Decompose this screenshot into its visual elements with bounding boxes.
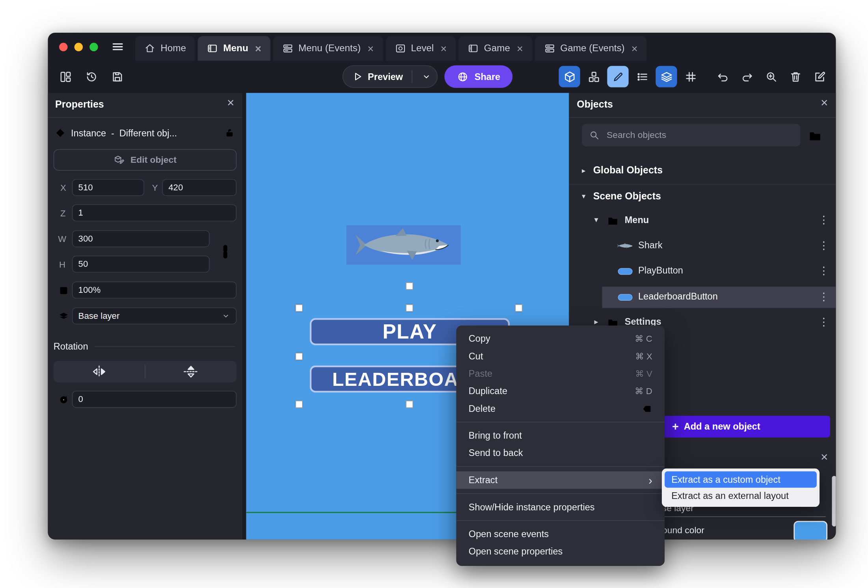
window-minimize-button[interactable] <box>75 43 83 51</box>
edit-mode-button[interactable] <box>607 66 628 87</box>
project-manager-button[interactable] <box>55 66 76 87</box>
selection-handle-top-right[interactable] <box>515 304 523 312</box>
objects-close-icon[interactable]: × <box>821 97 828 109</box>
object-row-shark[interactable]: Shark ⋮ <box>570 236 836 256</box>
y-input[interactable] <box>162 179 237 196</box>
level-icon <box>395 43 406 54</box>
folder-menu-label: Menu <box>625 214 649 225</box>
chevron-collapsed-icon[interactable]: ▸ <box>582 166 585 175</box>
play-button-text: PLAY <box>382 320 437 344</box>
window-close-button[interactable] <box>59 43 67 51</box>
tab-menu-events[interactable]: Menu (Events) × <box>273 36 383 61</box>
aspect-lock-icon[interactable] <box>221 229 230 275</box>
edit-object-button[interactable]: Edit object <box>54 149 237 171</box>
new-folder-icon[interactable] <box>808 128 822 143</box>
background-color-swatch[interactable] <box>793 521 827 540</box>
context-menu-item-open-scene-properties[interactable]: Open scene properties <box>456 543 665 560</box>
selection-handle-top-center[interactable] <box>406 304 414 312</box>
context-menu-item-copy[interactable]: Copy ⌘ C <box>456 330 665 347</box>
divider <box>456 466 665 467</box>
kebab-menu-icon[interactable]: ⋮ <box>818 290 829 303</box>
layer-select[interactable]: Base layer <box>72 307 237 324</box>
grid-button[interactable] <box>680 66 701 87</box>
x-input[interactable] <box>72 179 144 196</box>
chevron-down-icon[interactable] <box>421 71 432 82</box>
main-menu-button[interactable] <box>111 40 124 53</box>
submenu-item-extract-custom-object[interactable]: Extract as a custom object <box>665 471 817 488</box>
context-menu-item-cut[interactable]: Cut ⌘ X <box>456 348 665 365</box>
tab-close-icon[interactable]: × <box>631 43 638 54</box>
tab-close-icon[interactable]: × <box>255 43 261 54</box>
history-button[interactable] <box>80 66 102 87</box>
chevron-expanded-icon[interactable]: ▾ <box>582 192 585 200</box>
rotation-handle[interactable] <box>406 283 414 290</box>
flip-vertical-button[interactable] <box>145 365 237 378</box>
context-menu-item-extract[interactable]: Extract › <box>456 471 665 489</box>
toggle-3d-button[interactable] <box>559 66 580 87</box>
kebab-menu-icon[interactable]: ⋮ <box>818 316 829 329</box>
object-row-playbutton[interactable]: PlayButton ⋮ <box>570 261 836 281</box>
tab-strip: Home Menu × Menu (Events) × <box>135 36 647 61</box>
instances-list-button[interactable] <box>631 66 653 87</box>
context-menu-item-open-scene-events[interactable]: Open scene events <box>456 525 665 543</box>
window-controls <box>59 43 98 51</box>
edit-scene-button[interactable] <box>809 66 830 87</box>
tab-game-events[interactable]: Game (Events) × <box>535 36 647 61</box>
context-menu-item-delete[interactable]: Delete <box>456 400 665 417</box>
layer-select-value: Base layer <box>78 311 120 321</box>
kebab-menu-icon[interactable]: ⋮ <box>818 214 829 227</box>
selection-handle-bottom-center[interactable] <box>406 401 414 408</box>
context-menu-item-duplicate[interactable]: Duplicate ⌘ D <box>456 382 665 400</box>
chevron-expanded-icon[interactable]: ▾ <box>594 215 598 224</box>
instance-type-label: Instance <box>71 128 106 138</box>
window-zoom-button[interactable] <box>89 43 98 51</box>
shortcut-label: ⌘ X <box>635 351 652 361</box>
object-search-input[interactable] <box>605 130 793 141</box>
selection-handle-mid-left[interactable] <box>295 353 303 360</box>
tab-close-icon[interactable]: × <box>517 43 523 54</box>
object-search[interactable] <box>582 124 800 146</box>
selection-handle-bottom-left[interactable] <box>295 401 303 408</box>
opacity-input[interactable] <box>72 281 237 298</box>
button-thumbnail-icon <box>618 268 633 275</box>
selection-handle-top-left[interactable] <box>295 304 303 312</box>
height-input[interactable] <box>72 256 210 273</box>
global-objects-header[interactable]: ▸ Global Objects <box>570 163 836 180</box>
layers-panel-button[interactable] <box>656 66 677 87</box>
save-button[interactable] <box>106 66 128 87</box>
preview-button[interactable]: Preview <box>343 65 438 88</box>
rotation-input[interactable] <box>72 391 237 408</box>
tab-menu[interactable]: Menu × <box>198 36 270 61</box>
submenu-item-extract-external-layout[interactable]: Extract as an external layout <box>665 488 817 504</box>
lock-open-icon[interactable] <box>224 127 236 139</box>
chevron-collapsed-icon[interactable]: ▸ <box>594 317 598 326</box>
bottom-panel-close-icon[interactable]: × <box>821 451 828 463</box>
tab-level[interactable]: Level × <box>386 36 456 61</box>
zoom-button[interactable] <box>760 66 782 87</box>
tab-game[interactable]: Game × <box>459 36 532 61</box>
tab-home[interactable]: Home <box>135 36 195 61</box>
width-input[interactable] <box>72 230 210 247</box>
context-menu-item-send-to-back[interactable]: Send to back <box>456 444 665 461</box>
scrollbar[interactable] <box>832 476 836 527</box>
redo-button[interactable] <box>736 66 758 87</box>
object-row-leaderboardbutton[interactable]: LeaderboardButton ⋮ <box>570 287 836 307</box>
object-label-playbutton: PlayButton <box>638 265 683 276</box>
context-menu-item-bring-to-front[interactable]: Bring to front <box>456 427 665 444</box>
z-input[interactable] <box>72 205 237 221</box>
properties-close-icon[interactable]: × <box>227 97 234 109</box>
context-menu-item-show-hide-properties[interactable]: Show/Hide instance properties <box>456 499 665 516</box>
tab-close-icon[interactable]: × <box>441 43 447 54</box>
kebab-menu-icon[interactable]: ⋮ <box>818 239 829 252</box>
objects-panel-button[interactable] <box>583 66 604 87</box>
object-folder-menu[interactable]: ▾ Menu ⋮ <box>570 210 836 231</box>
scene-objects-header[interactable]: ▾ Scene Objects <box>570 189 836 206</box>
kebab-menu-icon[interactable]: ⋮ <box>818 265 829 278</box>
flip-horizontal-button[interactable] <box>54 365 145 378</box>
shark-sprite-instance[interactable] <box>346 225 461 265</box>
undo-button[interactable] <box>712 66 733 87</box>
share-button[interactable]: Share <box>445 65 513 88</box>
z-label: Z <box>60 208 66 219</box>
delete-button[interactable] <box>784 66 806 87</box>
tab-close-icon[interactable]: × <box>367 43 374 54</box>
